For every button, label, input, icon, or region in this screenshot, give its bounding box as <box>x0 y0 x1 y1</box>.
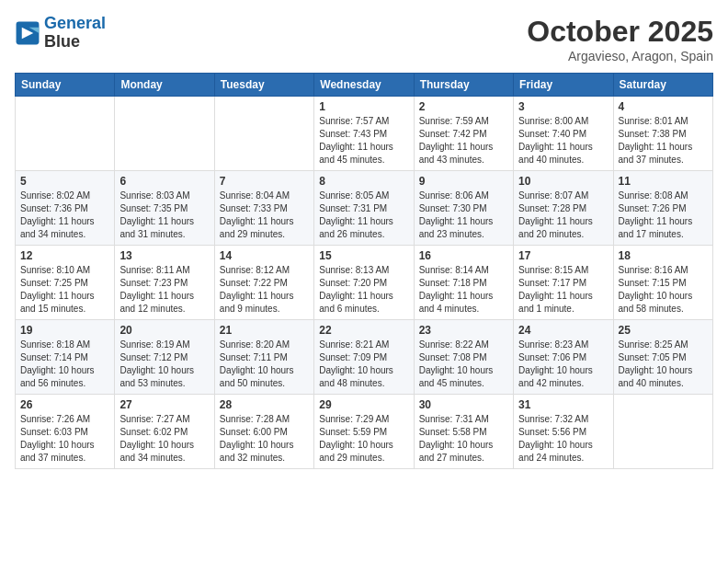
calendar-day-cell: 24Sunrise: 8:23 AM Sunset: 7:06 PM Dayli… <box>514 320 613 395</box>
calendar-day-cell: 25Sunrise: 8:25 AM Sunset: 7:05 PM Dayli… <box>613 320 712 395</box>
day-number: 28 <box>220 398 309 411</box>
day-info: Sunrise: 7:59 AM Sunset: 7:42 PM Dayligh… <box>419 115 508 167</box>
day-number: 8 <box>319 175 408 188</box>
day-info: Sunrise: 7:57 AM Sunset: 7:43 PM Dayligh… <box>319 115 408 167</box>
day-info: Sunrise: 7:31 AM Sunset: 5:58 PM Dayligh… <box>419 413 508 465</box>
day-info: Sunrise: 8:11 AM Sunset: 7:23 PM Dayligh… <box>119 264 209 316</box>
day-number: 31 <box>518 398 608 411</box>
calendar-week-row: 5Sunrise: 8:02 AM Sunset: 7:36 PM Daylig… <box>16 171 713 246</box>
calendar-week-row: 19Sunrise: 8:18 AM Sunset: 7:14 PM Dayli… <box>16 320 713 395</box>
day-info: Sunrise: 8:10 AM Sunset: 7:25 PM Dayligh… <box>20 264 109 316</box>
day-info: Sunrise: 8:25 AM Sunset: 7:05 PM Dayligh… <box>619 339 708 390</box>
calendar-day-cell: 29Sunrise: 7:29 AM Sunset: 5:59 PM Dayli… <box>314 395 414 469</box>
calendar-day-cell <box>115 97 214 171</box>
calendar-day-cell: 2Sunrise: 7:59 AM Sunset: 7:42 PM Daylig… <box>414 97 513 171</box>
day-number: 24 <box>518 324 608 337</box>
day-number: 14 <box>220 249 309 262</box>
calendar-table: SundayMondayTuesdayWednesdayThursdayFrid… <box>15 73 713 469</box>
title-area: October 2025 Argavieso, Aragon, Spain <box>527 15 713 63</box>
day-info: Sunrise: 8:14 AM Sunset: 7:18 PM Dayligh… <box>419 264 508 316</box>
day-info: Sunrise: 7:28 AM Sunset: 6:00 PM Dayligh… <box>220 413 309 465</box>
calendar-day-cell: 6Sunrise: 8:03 AM Sunset: 7:35 PM Daylig… <box>115 171 214 246</box>
day-number: 5 <box>20 175 109 188</box>
day-info: Sunrise: 8:00 AM Sunset: 7:40 PM Dayligh… <box>518 115 608 167</box>
day-info: Sunrise: 8:22 AM Sunset: 7:08 PM Dayligh… <box>419 339 508 390</box>
weekday-header: Wednesday <box>314 74 414 97</box>
day-number: 18 <box>619 249 708 262</box>
calendar-day-cell: 27Sunrise: 7:27 AM Sunset: 6:02 PM Dayli… <box>115 395 214 469</box>
calendar-day-cell: 18Sunrise: 8:16 AM Sunset: 7:15 PM Dayli… <box>613 246 712 320</box>
calendar-day-cell: 26Sunrise: 7:26 AM Sunset: 6:03 PM Dayli… <box>16 395 115 469</box>
calendar-day-cell: 14Sunrise: 8:12 AM Sunset: 7:22 PM Dayli… <box>214 246 313 320</box>
calendar-day-cell: 4Sunrise: 8:01 AM Sunset: 7:38 PM Daylig… <box>613 97 712 171</box>
day-number: 9 <box>419 175 508 188</box>
day-number: 6 <box>119 175 209 188</box>
day-number: 3 <box>518 100 608 113</box>
weekday-header: Monday <box>115 74 214 97</box>
day-info: Sunrise: 8:16 AM Sunset: 7:15 PM Dayligh… <box>619 264 708 316</box>
day-info: Sunrise: 7:26 AM Sunset: 6:03 PM Dayligh… <box>20 413 109 465</box>
day-number: 10 <box>518 175 608 188</box>
calendar-day-cell: 12Sunrise: 8:10 AM Sunset: 7:25 PM Dayli… <box>16 246 115 320</box>
calendar-day-cell: 15Sunrise: 8:13 AM Sunset: 7:20 PM Dayli… <box>314 246 414 320</box>
calendar-day-cell: 3Sunrise: 8:00 AM Sunset: 7:40 PM Daylig… <box>514 97 613 171</box>
day-info: Sunrise: 8:13 AM Sunset: 7:20 PM Dayligh… <box>319 264 408 316</box>
day-info: Sunrise: 7:29 AM Sunset: 5:59 PM Dayligh… <box>319 413 408 465</box>
weekday-header: Friday <box>514 74 613 97</box>
day-number: 19 <box>20 324 109 337</box>
day-number: 23 <box>419 324 508 337</box>
day-info: Sunrise: 7:27 AM Sunset: 6:02 PM Dayligh… <box>119 413 209 465</box>
day-info: Sunrise: 8:23 AM Sunset: 7:06 PM Dayligh… <box>518 339 608 390</box>
month-title: October 2025 <box>527 15 713 49</box>
day-number: 16 <box>419 249 508 262</box>
day-info: Sunrise: 8:15 AM Sunset: 7:17 PM Dayligh… <box>518 264 608 316</box>
calendar-day-cell <box>613 395 712 469</box>
calendar-day-cell: 13Sunrise: 8:11 AM Sunset: 7:23 PM Dayli… <box>115 246 214 320</box>
calendar-day-cell: 9Sunrise: 8:06 AM Sunset: 7:30 PM Daylig… <box>414 171 513 246</box>
day-number: 30 <box>419 398 508 411</box>
calendar-day-cell: 11Sunrise: 8:08 AM Sunset: 7:26 PM Dayli… <box>613 171 712 246</box>
logo-text: General Blue <box>44 15 106 52</box>
calendar-day-cell: 10Sunrise: 8:07 AM Sunset: 7:28 PM Dayli… <box>514 171 613 246</box>
day-info: Sunrise: 8:03 AM Sunset: 7:35 PM Dayligh… <box>119 190 209 241</box>
day-info: Sunrise: 8:20 AM Sunset: 7:11 PM Dayligh… <box>220 339 309 390</box>
calendar-day-cell: 30Sunrise: 7:31 AM Sunset: 5:58 PM Dayli… <box>414 395 513 469</box>
day-info: Sunrise: 8:07 AM Sunset: 7:28 PM Dayligh… <box>518 190 608 241</box>
day-info: Sunrise: 8:04 AM Sunset: 7:33 PM Dayligh… <box>220 190 309 241</box>
weekday-header: Thursday <box>414 74 513 97</box>
day-number: 2 <box>419 100 508 113</box>
day-number: 21 <box>220 324 309 337</box>
calendar-day-cell: 23Sunrise: 8:22 AM Sunset: 7:08 PM Dayli… <box>414 320 513 395</box>
page-header: General Blue October 2025 Argavieso, Ara… <box>15 15 713 63</box>
weekday-header: Saturday <box>613 74 712 97</box>
day-number: 25 <box>619 324 708 337</box>
day-number: 4 <box>619 100 708 113</box>
weekday-header: Tuesday <box>214 74 313 97</box>
day-number: 11 <box>619 175 708 188</box>
day-info: Sunrise: 7:32 AM Sunset: 5:56 PM Dayligh… <box>518 413 608 465</box>
calendar-day-cell: 20Sunrise: 8:19 AM Sunset: 7:12 PM Dayli… <box>115 320 214 395</box>
day-number: 13 <box>119 249 209 262</box>
day-info: Sunrise: 8:05 AM Sunset: 7:31 PM Dayligh… <box>319 190 408 241</box>
calendar-header-row: SundayMondayTuesdayWednesdayThursdayFrid… <box>16 74 713 97</box>
logo-icon <box>15 20 40 46</box>
day-info: Sunrise: 8:01 AM Sunset: 7:38 PM Dayligh… <box>619 115 708 167</box>
calendar-day-cell: 31Sunrise: 7:32 AM Sunset: 5:56 PM Dayli… <box>514 395 613 469</box>
calendar-day-cell: 16Sunrise: 8:14 AM Sunset: 7:18 PM Dayli… <box>414 246 513 320</box>
calendar-day-cell: 8Sunrise: 8:05 AM Sunset: 7:31 PM Daylig… <box>314 171 414 246</box>
day-number: 12 <box>20 249 109 262</box>
day-number: 20 <box>119 324 209 337</box>
location-title: Argavieso, Aragon, Spain <box>527 49 713 63</box>
calendar-day-cell: 7Sunrise: 8:04 AM Sunset: 7:33 PM Daylig… <box>214 171 313 246</box>
calendar-day-cell: 1Sunrise: 7:57 AM Sunset: 7:43 PM Daylig… <box>314 97 414 171</box>
day-number: 7 <box>220 175 309 188</box>
weekday-header: Sunday <box>16 74 115 97</box>
day-number: 26 <box>20 398 109 411</box>
calendar-day-cell: 19Sunrise: 8:18 AM Sunset: 7:14 PM Dayli… <box>16 320 115 395</box>
calendar-week-row: 1Sunrise: 7:57 AM Sunset: 7:43 PM Daylig… <box>16 97 713 171</box>
day-number: 17 <box>518 249 608 262</box>
day-info: Sunrise: 8:06 AM Sunset: 7:30 PM Dayligh… <box>419 190 508 241</box>
calendar-day-cell: 22Sunrise: 8:21 AM Sunset: 7:09 PM Dayli… <box>314 320 414 395</box>
day-number: 27 <box>119 398 209 411</box>
day-info: Sunrise: 8:12 AM Sunset: 7:22 PM Dayligh… <box>220 264 309 316</box>
